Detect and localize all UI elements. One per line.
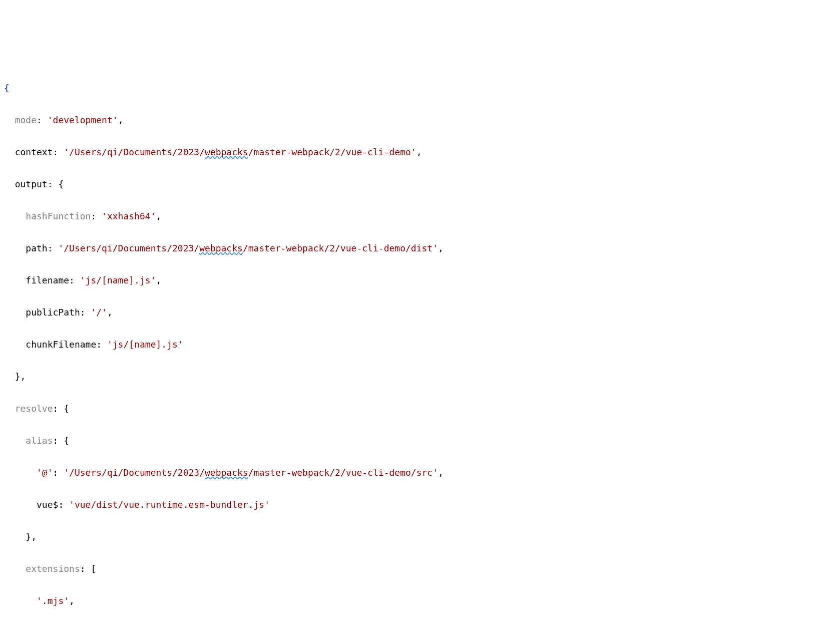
property-key: alias	[26, 435, 53, 446]
string-value: '/Users/qi/Documents/2023/webpacks/maste…	[58, 243, 438, 253]
code-line: filename: 'js/[name].js',	[0, 272, 840, 288]
string-value: 'vue/dist/vue.runtime.esm-bundler.js'	[69, 499, 270, 510]
property-key: filename	[26, 275, 69, 285]
code-line: resolve: {	[0, 401, 840, 417]
property-key: context	[15, 147, 53, 157]
property-key: '@'	[37, 467, 53, 478]
code-line: alias: {	[0, 433, 840, 449]
code-line: context: '/Users/qi/Documents/2023/webpa…	[0, 144, 840, 160]
code-line: '.mjs',	[0, 593, 840, 609]
code-editor[interactable]: { mode: 'development', context: '/Users/…	[0, 64, 840, 628]
code-line: output: {	[0, 176, 840, 192]
code-line: hashFunction: 'xxhash64',	[0, 208, 840, 224]
code-line: },	[0, 369, 840, 385]
property-key: publicPath	[26, 307, 80, 318]
code-line: path: '/Users/qi/Documents/2023/webpacks…	[0, 240, 840, 256]
property-key: mode	[15, 115, 37, 125]
code-line: vue$: 'vue/dist/vue.runtime.esm-bundler.…	[0, 497, 840, 513]
property-key: path	[26, 243, 47, 253]
property-key: extensions	[26, 563, 80, 574]
property-key: output	[15, 179, 48, 189]
property-key: resolve	[15, 403, 53, 414]
code-line: '.js',	[0, 625, 840, 628]
property-key: vue$	[37, 499, 58, 510]
string-value: 'xxhash64'	[102, 211, 156, 221]
code-line: '@': '/Users/qi/Documents/2023/webpacks/…	[0, 465, 840, 481]
string-value: '/Users/qi/Documents/2023/webpacks/maste…	[64, 467, 438, 478]
string-value: 'development'	[48, 115, 118, 125]
code-line: extensions: [	[0, 561, 840, 577]
code-line: mode: 'development',	[0, 112, 840, 128]
property-key: chunkFilename	[26, 339, 96, 350]
brace-open: {	[4, 83, 10, 93]
code-line: chunkFilename: 'js/[name].js'	[0, 337, 840, 353]
string-value: 'js/[name].js'	[80, 275, 156, 285]
string-value: '/'	[91, 307, 107, 318]
string-value: '/Users/qi/Documents/2023/webpacks/maste…	[64, 147, 416, 157]
code-line: publicPath: '/',	[0, 304, 840, 321]
code-line: },	[0, 529, 840, 545]
code-line: {	[0, 80, 840, 96]
string-value: 'js/[name].js'	[107, 339, 183, 350]
string-value: '.mjs'	[37, 595, 69, 606]
property-key: hashFunction	[26, 211, 91, 221]
